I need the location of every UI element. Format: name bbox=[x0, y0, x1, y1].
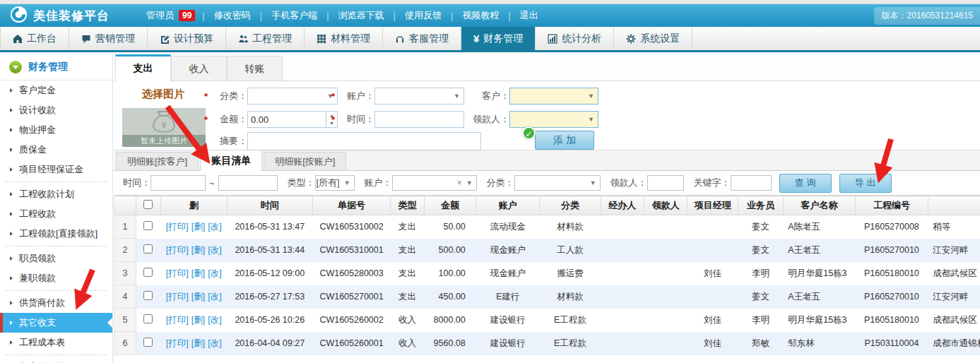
nav-tab-statistics[interactable]: 统计分析 bbox=[536, 27, 614, 50]
delete-link[interactable]: [删] bbox=[191, 245, 205, 255]
sidebar-item-other-income-expense[interactable]: 其它收支 bbox=[0, 313, 112, 333]
main-content: 支出 收入 转账 选择图片 ¥ 暂未上传图片 * 分类： ▼ * 账户： ▼ 客… bbox=[114, 54, 980, 363]
subtab-account-list[interactable]: 账目清单 bbox=[200, 150, 262, 171]
row-checkbox[interactable] bbox=[143, 338, 153, 347]
category-select[interactable]: ▼ bbox=[247, 88, 338, 105]
amount-input[interactable]: 0.00 bbox=[247, 111, 326, 128]
cell-doc-number[interactable]: CW1605280003 bbox=[312, 262, 391, 285]
category-filter-select[interactable]: ▼ bbox=[514, 175, 601, 191]
sidebar-item-staff-withdraw[interactable]: 职员领款 bbox=[0, 249, 112, 268]
row-checkbox[interactable] bbox=[143, 314, 153, 323]
export-button[interactable]: 导 出 bbox=[839, 174, 892, 193]
date-from-input[interactable] bbox=[150, 175, 206, 191]
sidebar-item-project-withdraw-direct[interactable]: 工程领款[直接领款] bbox=[0, 224, 112, 244]
cell-project-number: P1605270010 bbox=[856, 285, 928, 309]
required-marker: * bbox=[331, 114, 338, 125]
logout-link[interactable]: 退出 bbox=[511, 9, 548, 22]
edit-link[interactable]: [改] bbox=[208, 292, 221, 302]
sidebar-item-project-receipts[interactable]: 工程收款 bbox=[0, 204, 112, 224]
nav-tab-marketing[interactable]: 营销管理 bbox=[69, 27, 148, 50]
keyword-input[interactable] bbox=[731, 175, 772, 191]
nav-tab-finance-management[interactable]: ¥ 财务管理 bbox=[461, 27, 536, 50]
account-combo[interactable]: ×▼ bbox=[392, 175, 477, 191]
delete-link[interactable]: [删] bbox=[191, 222, 205, 232]
browser-download-link[interactable]: 浏览器下载 bbox=[329, 9, 394, 22]
row-actions: [打印][删][改] bbox=[160, 309, 227, 332]
cell-amount: 500.00 bbox=[424, 239, 476, 262]
sidebar-item-warranty-fund[interactable]: 质保金 bbox=[0, 140, 112, 160]
account-select[interactable]: ▼ bbox=[374, 88, 464, 105]
video-tutorial-link[interactable]: 视频教程 bbox=[453, 9, 508, 22]
edit-link[interactable]: [改] bbox=[208, 268, 221, 278]
nav-tab-system-settings[interactable]: 系统设置 bbox=[614, 27, 692, 50]
cell-doc-number[interactable]: CW1605310002 bbox=[312, 215, 391, 239]
cell-doc-number[interactable]: CW1605260001 bbox=[312, 332, 391, 355]
select-all-checkbox[interactable] bbox=[143, 200, 153, 209]
print-link[interactable]: [打印] bbox=[166, 338, 189, 348]
sidebar-item-inbound-audit[interactable]: 入库单稽核 bbox=[0, 357, 112, 363]
sidebar-item-customer-deposit[interactable]: 客户定金 bbox=[0, 81, 112, 100]
nav-tab-material-management[interactable]: 材料管理 bbox=[305, 27, 383, 50]
sidebar-item-supplier-payment[interactable]: 供货商付款 bbox=[0, 293, 112, 313]
edit-link[interactable]: [改] bbox=[208, 338, 221, 348]
date-to-input[interactable] bbox=[218, 175, 278, 191]
subtab-detail-by-customer[interactable]: 明细账[按客户] bbox=[116, 152, 199, 170]
print-link[interactable]: [打印] bbox=[166, 245, 189, 255]
sidebar-item-property-deposit[interactable]: 物业押金 bbox=[0, 120, 112, 140]
row-checkbox[interactable] bbox=[143, 244, 153, 254]
image-upload-placeholder[interactable]: ¥ 暂未上传图片 bbox=[122, 108, 206, 147]
nav-tab-workbench[interactable]: 工作台 bbox=[0, 27, 69, 50]
cell-project-number: P1605180010 bbox=[856, 309, 928, 332]
cell-handler bbox=[601, 309, 644, 332]
cell-doc-number[interactable]: CW1605270001 bbox=[312, 285, 391, 309]
cell-doc-number[interactable]: CW1605260002 bbox=[312, 309, 391, 332]
payee-filter-input[interactable] bbox=[647, 175, 684, 191]
notification-badge[interactable]: 99 bbox=[179, 10, 195, 21]
customer-select[interactable]: ▼ bbox=[509, 88, 598, 105]
change-password-link[interactable]: 修改密码 bbox=[205, 9, 260, 22]
time-input[interactable] bbox=[374, 111, 464, 128]
sidebar-item-pm-guarantee[interactable]: 项目经理保证金 bbox=[0, 160, 112, 179]
add-button[interactable]: 添 加 bbox=[535, 131, 594, 150]
cell-doc-number[interactable]: CW1605310001 bbox=[312, 239, 391, 262]
edit-link[interactable]: [改] bbox=[208, 222, 221, 232]
choose-image-label[interactable]: 选择图片 bbox=[142, 88, 184, 101]
nav-tab-project-management[interactable]: 工程管理 bbox=[226, 27, 305, 50]
print-link[interactable]: [打印] bbox=[166, 222, 189, 232]
type-select[interactable]: [所有]▼ bbox=[315, 175, 355, 191]
print-link[interactable]: [打印] bbox=[166, 268, 189, 278]
sidebar-header[interactable]: 财务管理 bbox=[0, 54, 112, 81]
delete-link[interactable]: [删] bbox=[191, 268, 205, 278]
edit-link[interactable]: [改] bbox=[208, 315, 221, 325]
payee-select[interactable]: ▼ bbox=[509, 111, 598, 128]
nav-tab-customer-service[interactable]: 客服管理 bbox=[383, 27, 461, 50]
row-checkbox[interactable] bbox=[143, 291, 153, 300]
cell-type: 收入 bbox=[391, 309, 424, 332]
delete-link[interactable]: [删] bbox=[191, 315, 205, 325]
mobile-client-link[interactable]: 手机客户端 bbox=[262, 9, 326, 22]
sidebar-item-project-payment-plan[interactable]: 工程收款计划 bbox=[0, 184, 112, 204]
edit-link[interactable]: [改] bbox=[208, 245, 221, 255]
feedback-link[interactable]: 使用反馈 bbox=[396, 9, 451, 22]
clear-icon[interactable]: × bbox=[457, 178, 462, 188]
summary-input[interactable] bbox=[247, 132, 481, 150]
header-handler: 经办人 bbox=[601, 196, 644, 215]
row-checkbox[interactable] bbox=[143, 268, 153, 277]
sidebar-item-design-payment[interactable]: 设计收款 bbox=[0, 100, 112, 120]
search-button[interactable]: 查 询 bbox=[779, 174, 832, 193]
sidebar-item-project-cost-table[interactable]: 工程成本表 bbox=[0, 333, 112, 352]
subtab-detail-by-account[interactable]: 明细账[按账户] bbox=[264, 152, 346, 170]
sidebar-divider bbox=[6, 246, 107, 246]
delete-link[interactable]: [删] bbox=[191, 338, 205, 348]
print-link[interactable]: [打印] bbox=[166, 292, 189, 302]
delete-link[interactable]: [删] bbox=[191, 292, 205, 302]
tab-income[interactable]: 收入 bbox=[171, 56, 227, 81]
cell-project-manager: 刘佳 bbox=[687, 332, 738, 355]
print-link[interactable]: [打印] bbox=[166, 315, 189, 325]
sidebar-item-parttime-withdraw[interactable]: 兼职领款 bbox=[0, 268, 112, 288]
tab-transfer[interactable]: 转账 bbox=[227, 56, 283, 81]
cell-project-address: 成都武候区 bbox=[928, 262, 980, 285]
row-checkbox[interactable] bbox=[143, 221, 153, 230]
nav-tab-design-budget[interactable]: 设计预算 bbox=[148, 27, 226, 50]
tab-expense[interactable]: 支出 bbox=[115, 54, 171, 81]
